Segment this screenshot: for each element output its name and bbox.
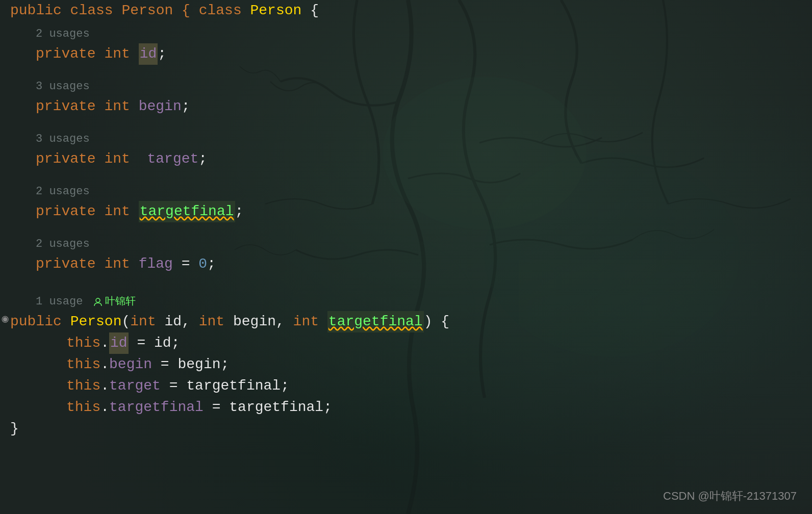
svg-point-3 xyxy=(96,298,100,302)
constructor-sig-line: ◉ public Person ( int id , int begin , i… xyxy=(0,311,812,332)
keyword-int-param2: int xyxy=(199,311,224,332)
param-ref-id: id xyxy=(154,332,171,354)
field-id-line: private int id ; xyxy=(0,43,812,65)
param-ref-targetfinal-2: targetfinal xyxy=(229,397,323,418)
keyword-public: public class Person { xyxy=(10,0,190,21)
usages-flag: 2 usages xyxy=(0,232,812,253)
body-line-2: this . begin = begin ; xyxy=(0,354,812,375)
param-targetfinal: targetfinal xyxy=(327,311,424,332)
keyword-int-5: int xyxy=(104,253,130,275)
this-field-target: target xyxy=(109,375,161,397)
field-name-target: target xyxy=(147,148,198,170)
class-name-person: Person xyxy=(250,0,302,21)
constructor-name: Person xyxy=(70,311,122,332)
keyword-this-2: this xyxy=(66,354,100,375)
this-field-targetfinal: targetfinal xyxy=(109,397,204,418)
keyword-private-5: private xyxy=(36,253,96,275)
field-name-id: id xyxy=(139,43,158,65)
keyword-this-4: this xyxy=(66,397,100,418)
number-zero: 0 xyxy=(198,253,207,275)
keyword-int-3: int xyxy=(104,148,130,170)
gutter-mark: ◉ xyxy=(0,311,10,328)
param-begin: begin xyxy=(233,311,276,332)
field-begin-line: private int begin ; xyxy=(0,96,812,117)
keyword-private: private xyxy=(36,43,96,65)
class-close-line: } xyxy=(0,418,812,440)
field-target-line: private int target ; xyxy=(0,148,812,170)
keyword-public-constructor: public xyxy=(10,311,62,332)
body-line-3: this . target = targetfinal ; xyxy=(0,375,812,397)
param-ref-begin: begin xyxy=(177,354,220,375)
keyword-int-param1: int xyxy=(130,311,156,332)
body-line-4: this . targetfinal = targetfinal ; xyxy=(0,397,812,418)
usages-target: 3 usages xyxy=(0,126,812,148)
field-name-begin: begin xyxy=(139,96,182,117)
this-field-id: id xyxy=(109,332,129,354)
keyword-private-4: private xyxy=(36,201,96,222)
keyword-private-2: private xyxy=(36,96,96,117)
field-targetfinal-line: private int targetfinal ; xyxy=(0,201,812,222)
param-id: id xyxy=(165,311,182,332)
field-name-flag: flag xyxy=(139,253,173,275)
person-icon xyxy=(93,297,103,307)
keyword-int-4: int xyxy=(104,201,130,222)
class-close-brace: } xyxy=(10,418,19,440)
usages-begin: 3 usages xyxy=(0,74,812,96)
keyword-int-2: int xyxy=(104,96,130,117)
keyword-this-1: this xyxy=(66,332,100,354)
usages-id: 2 usages xyxy=(0,21,812,43)
field-name-targetfinal: targetfinal xyxy=(139,201,235,222)
keyword-class: class xyxy=(199,0,242,21)
keyword-private-3: private xyxy=(36,148,96,170)
watermark: CSDN @叶锦轩-21371307 xyxy=(663,489,797,504)
usages-targetfinal: 2 usages xyxy=(0,179,812,201)
param-ref-targetfinal-1: targetfinal xyxy=(186,375,281,397)
author-label: 叶锦轩 xyxy=(93,294,136,310)
keyword-int-param3: int xyxy=(293,311,319,332)
usages-constructor: 1 usage 叶锦轩 xyxy=(0,289,812,311)
keyword-this-3: this xyxy=(66,375,100,397)
field-flag-line: private int flag = 0 ; xyxy=(0,253,812,275)
body-line-1: this . id = id ; xyxy=(0,332,812,354)
keyword-int-1: int xyxy=(104,43,130,65)
this-field-begin: begin xyxy=(109,354,152,375)
class-declaration-line: public class Person { class Person { xyxy=(0,0,812,21)
